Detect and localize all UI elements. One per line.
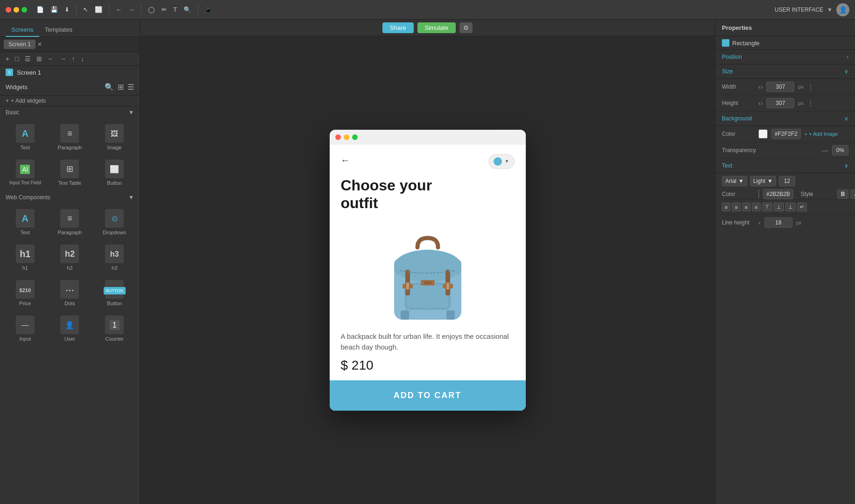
screens-tab[interactable]: Screens bbox=[6, 23, 39, 37]
add-to-cart-button[interactable]: ADD TO CART bbox=[330, 380, 526, 411]
alignment-buttons: ≡ ≡ ≡ ≡ ⊤ ⊥ ⊥ ↵ bbox=[722, 203, 848, 211]
transparency-decrease-btn[interactable]: — bbox=[822, 147, 828, 154]
text-color-value[interactable]: #2B2B2B bbox=[763, 189, 793, 199]
font-family-select[interactable]: Arial ▼ bbox=[722, 176, 747, 186]
width-decrease-btn[interactable]: ‹› bbox=[758, 83, 763, 91]
web-widget-button[interactable]: Button bbox=[93, 276, 136, 310]
line-height-decrease-btn[interactable]: ‹ bbox=[758, 219, 761, 226]
pen-icon[interactable]: ✏ bbox=[160, 5, 169, 14]
web-widget-paragraph[interactable]: Paragraph bbox=[49, 205, 92, 239]
grid-view-btn[interactable]: ⊞ bbox=[35, 54, 44, 63]
pointer-icon[interactable]: ↖ bbox=[81, 5, 90, 14]
preview-maximize-btn[interactable] bbox=[352, 134, 358, 140]
share-button[interactable]: Share bbox=[382, 22, 414, 33]
move-up-btn[interactable]: ↑ bbox=[70, 54, 77, 63]
web-widget-h2[interactable]: h2 bbox=[49, 241, 92, 274]
add-widgets-btn[interactable]: + + Add widgets bbox=[0, 96, 140, 106]
minimize-window-btn[interactable] bbox=[14, 7, 19, 13]
list-view-btn[interactable]: ☰ bbox=[23, 54, 33, 63]
web-components-category[interactable]: Web Components ▼ bbox=[0, 191, 140, 203]
widget-text[interactable]: Text bbox=[4, 120, 47, 154]
web-widget-counter[interactable]: Counter bbox=[93, 312, 136, 345]
web-widget-text[interactable]: Text bbox=[4, 205, 47, 239]
widget-image[interactable]: Image bbox=[93, 120, 136, 154]
color-picker-button[interactable]: ▼ bbox=[488, 154, 515, 169]
web-user-icon bbox=[60, 315, 79, 334]
screens-toolbar: + □ ☰ ⊞ ← → ↑ ↓ bbox=[0, 52, 140, 66]
user-menu-chevron[interactable]: ▼ bbox=[827, 7, 833, 13]
shapes-icon[interactable]: ◯ bbox=[146, 5, 157, 14]
align-justify-btn[interactable]: ≡ bbox=[752, 203, 760, 211]
close-window-btn[interactable] bbox=[6, 7, 11, 13]
font-size-input[interactable] bbox=[779, 176, 795, 186]
align-middle-btn[interactable]: ⊥ bbox=[774, 203, 784, 211]
save-icon[interactable]: 💾 bbox=[49, 5, 60, 14]
undo-icon[interactable]: ← bbox=[114, 5, 124, 14]
text-tool-icon[interactable]: T bbox=[171, 5, 179, 14]
preview-close-btn[interactable] bbox=[335, 134, 341, 140]
mobile-icon[interactable]: 📱 bbox=[203, 5, 214, 14]
back-arrow-btn[interactable]: ← bbox=[341, 155, 350, 166]
font-weight-select[interactable]: Light ▼ bbox=[750, 176, 776, 186]
text-section[interactable]: Text ∨ bbox=[715, 159, 855, 173]
widget-input-text-field[interactable]: Input Text Field bbox=[4, 156, 47, 189]
move-down-btn[interactable]: ↓ bbox=[79, 54, 86, 63]
canvas-settings-button[interactable]: ⚙ bbox=[459, 22, 473, 33]
height-input[interactable] bbox=[766, 98, 794, 108]
width-input[interactable] bbox=[766, 82, 794, 92]
align-center-btn[interactable]: ≡ bbox=[732, 203, 740, 211]
web-widget-user[interactable]: User bbox=[49, 312, 92, 345]
add-image-button[interactable]: + + Add Image bbox=[805, 131, 838, 137]
italic-button[interactable]: I bbox=[850, 189, 855, 199]
style-buttons: B I U bbox=[837, 189, 855, 199]
height-increase-btn[interactable]: ⋮ bbox=[807, 99, 814, 107]
width-increase-btn[interactable]: ⋮ bbox=[807, 83, 814, 91]
grid-widgets-icon[interactable]: ⊞ bbox=[118, 83, 124, 91]
web-widget-dropdown[interactable]: Dropdown bbox=[93, 205, 136, 239]
screen-1-item[interactable]: S Screen 1 bbox=[0, 66, 140, 79]
user-avatar[interactable]: 👤 bbox=[836, 3, 849, 16]
line-height-input[interactable] bbox=[764, 217, 792, 228]
zoom-icon[interactable]: 🔍 bbox=[182, 5, 193, 14]
web-widget-input[interactable]: Input bbox=[4, 312, 47, 345]
widget-paragraph[interactable]: Paragraph bbox=[49, 120, 92, 154]
height-decrease-btn[interactable]: ‹› bbox=[758, 99, 763, 107]
download-icon[interactable]: ⬇ bbox=[63, 5, 71, 14]
size-section[interactable]: Size ∨ bbox=[715, 64, 855, 79]
align-right-btn[interactable]: ≡ bbox=[742, 203, 750, 211]
preview-minimize-btn[interactable] bbox=[344, 134, 349, 140]
text-widget-icon bbox=[16, 124, 35, 143]
align-left-btn[interactable]: ≡ bbox=[722, 203, 730, 211]
screen-view-btn[interactable]: □ bbox=[13, 54, 21, 63]
maximize-window-btn[interactable] bbox=[21, 7, 27, 13]
position-section[interactable]: Position › bbox=[715, 50, 855, 64]
simulate-button[interactable]: Simulate bbox=[417, 22, 456, 33]
color-swatch[interactable] bbox=[758, 129, 768, 139]
web-widget-price[interactable]: Price bbox=[4, 276, 47, 310]
file-icon[interactable]: 📄 bbox=[35, 5, 46, 14]
move-right-btn[interactable]: → bbox=[58, 54, 68, 63]
bold-button[interactable]: B bbox=[837, 189, 849, 199]
templates-tab[interactable]: Templates bbox=[39, 23, 78, 37]
close-tab-icon[interactable]: ✕ bbox=[37, 41, 42, 48]
align-bottom-btn[interactable]: ⊥ bbox=[785, 203, 796, 211]
background-section[interactable]: Background ∨ bbox=[715, 112, 855, 126]
list-widgets-icon[interactable]: ☰ bbox=[127, 83, 134, 91]
widget-text-table[interactable]: Text Table bbox=[49, 156, 92, 189]
web-widget-dots[interactable]: Dots bbox=[49, 276, 92, 310]
text-wrap-btn[interactable]: ↵ bbox=[797, 203, 807, 211]
web-widget-h3[interactable]: h3 bbox=[93, 241, 136, 274]
screen-1-tab[interactable]: Screen 1 bbox=[4, 40, 35, 49]
web-widget-h1[interactable]: h1 bbox=[4, 241, 47, 274]
move-left-btn[interactable]: ← bbox=[46, 54, 56, 63]
web-button-label: Button bbox=[107, 301, 122, 306]
add-screen-btn[interactable]: + bbox=[4, 54, 11, 63]
basic-category[interactable]: Basic ▼ bbox=[0, 106, 140, 119]
align-top-btn[interactable]: ⊤ bbox=[762, 203, 772, 211]
redo-icon[interactable]: → bbox=[127, 5, 136, 14]
widget-button[interactable]: Button bbox=[93, 156, 136, 189]
color-hex-value[interactable]: #F2F2F2 bbox=[771, 129, 801, 139]
frame-icon[interactable]: ⬜ bbox=[93, 5, 104, 14]
text-color-swatch[interactable] bbox=[758, 189, 759, 199]
search-widgets-icon[interactable]: 🔍 bbox=[105, 83, 114, 91]
